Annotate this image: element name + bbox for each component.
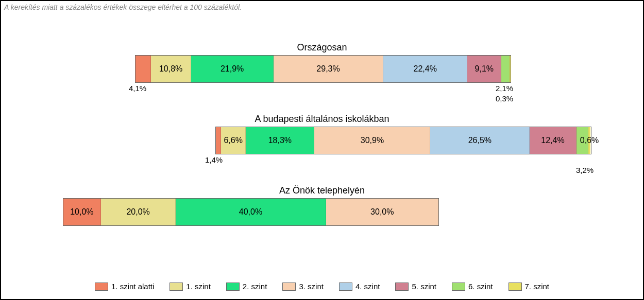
segment-label: 6,6% — [224, 136, 242, 145]
legend-swatch — [339, 283, 352, 291]
below-labels — [63, 226, 439, 250]
bar-segment: 18,3% — [246, 127, 314, 154]
segment-label: 0,6% — [580, 136, 599, 145]
bar-segment: 22,4% — [383, 56, 467, 82]
legend-swatch — [395, 283, 409, 291]
bar-title: A budapesti általános iskolákban — [1, 114, 643, 125]
below-labels: 4,1%2,1%0,3% — [135, 83, 511, 107]
bar-segment: 9,1% — [467, 56, 501, 82]
legend-item: 1. szint — [170, 282, 211, 291]
bar-segment: 26,5% — [430, 127, 530, 154]
legend-swatch — [282, 283, 296, 291]
below-labels: 1,4%3,2% — [215, 154, 591, 178]
legend-item: 2. szint — [226, 282, 267, 291]
legend-item: 3. szint — [282, 282, 324, 291]
bar-title: Az Önök telephelyén — [1, 185, 643, 196]
legend: 1. szint alatti1. szint2. szint3. szint4… — [1, 282, 643, 291]
bar-segment: 30,9% — [314, 127, 430, 154]
bar-group: Országosan10,8%21,9%29,3%22,4%9,1%4,1%2,… — [1, 42, 643, 107]
rounding-note: A kerekítés miatt a százalékos értékek ö… — [4, 3, 242, 11]
segment-label: 9,1% — [475, 64, 494, 74]
segment-below-label: 0,3% — [496, 94, 513, 103]
legend-swatch — [226, 283, 240, 291]
chart-frame: A kerekítés miatt a százalékos értékek ö… — [0, 0, 644, 300]
legend-label: 7. szint — [525, 282, 550, 291]
legend-swatch — [509, 283, 522, 291]
segment-label: 18,3% — [268, 136, 292, 145]
legend-label: 4. szint — [355, 282, 380, 291]
segment-label: 30,0% — [370, 207, 394, 217]
segment-below-label: 1,4% — [205, 155, 223, 164]
legend-label: 6. szint — [468, 282, 493, 291]
chart-area: Országosan10,8%21,9%29,3%22,4%9,1%4,1%2,… — [1, 42, 643, 257]
legend-label: 1. szint — [186, 282, 211, 291]
bar-segment: 21,9% — [191, 56, 273, 82]
segment-label: 12,4% — [541, 136, 564, 145]
bar-title: Országosan — [1, 42, 643, 53]
segment-below-label: 3,2% — [576, 166, 594, 174]
bar-segment: 10,0% — [63, 199, 101, 225]
bar-segment: 40,0% — [176, 199, 326, 225]
bar-wrap: 6,6%18,3%30,9%26,5%12,4%0,6%1,4%3,2% — [215, 127, 591, 178]
legend-item: 5. szint — [395, 282, 436, 291]
segment-label: 22,4% — [414, 64, 437, 74]
legend-swatch — [170, 283, 183, 291]
segment-label: 21,9% — [221, 64, 244, 74]
bar-segment: 30,0% — [326, 199, 438, 225]
bar-segment — [216, 127, 221, 154]
bar-segment: 10,8% — [151, 56, 192, 82]
segment-label: 40,0% — [239, 207, 262, 217]
stacked-bar: 10,0%20,0%40,0%30,0% — [63, 198, 439, 226]
bar-segment: 12,4% — [530, 127, 576, 154]
bar-segment: 0,6% — [588, 127, 590, 154]
segment-label: 10,8% — [159, 64, 182, 74]
segment-label: 10,0% — [70, 207, 93, 217]
bar-segment: 29,3% — [274, 56, 383, 82]
legend-item: 6. szint — [452, 282, 493, 291]
bar-segment — [510, 56, 511, 82]
bar-group: Az Önök telephelyén10,0%20,0%40,0%30,0% — [1, 185, 643, 250]
segment-label: 29,3% — [316, 64, 340, 74]
segment-below-label: 2,1% — [496, 84, 513, 93]
legend-swatch — [95, 283, 108, 291]
bar-wrap: 10,0%20,0%40,0%30,0% — [63, 198, 439, 250]
bar-segment — [135, 56, 151, 82]
legend-label: 1. szint alatti — [111, 282, 154, 291]
legend-item: 1. szint alatti — [95, 282, 154, 291]
bar-segment — [501, 56, 509, 82]
legend-label: 3. szint — [299, 282, 324, 291]
legend-label: 2. szint — [243, 282, 267, 291]
legend-label: 5. szint — [412, 282, 436, 291]
legend-swatch — [452, 283, 465, 291]
segment-label: 26,5% — [468, 136, 492, 145]
bar-segment: 6,6% — [221, 127, 246, 154]
segment-label: 30,9% — [361, 136, 384, 145]
segment-label: 20,0% — [126, 207, 149, 217]
bar-segment: 20,0% — [101, 199, 176, 225]
bar-group: A budapesti általános iskolákban6,6%18,3… — [1, 114, 643, 178]
stacked-bar: 10,8%21,9%29,3%22,4%9,1% — [135, 55, 511, 83]
stacked-bar: 6,6%18,3%30,9%26,5%12,4%0,6% — [215, 127, 591, 154]
legend-item: 7. szint — [509, 282, 550, 291]
bar-wrap: 10,8%21,9%29,3%22,4%9,1%4,1%2,1%0,3% — [135, 55, 511, 107]
segment-below-label: 4,1% — [129, 84, 146, 93]
legend-item: 4. szint — [339, 282, 380, 291]
